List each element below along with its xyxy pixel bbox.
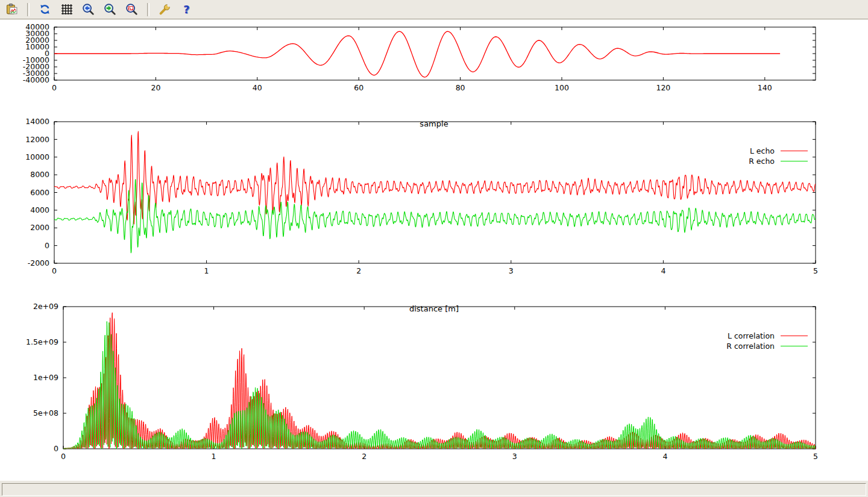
- charts-svg[interactable]: 020406080100120140-40000-30000-20000-100…: [0, 20, 868, 480]
- zoom-previous-button[interactable]: [80, 1, 96, 17]
- echo-xaxis-label: distance [m]: [0, 304, 868, 313]
- legend-line-sample: [781, 151, 808, 151]
- legend-label-l-echo: L echo: [750, 147, 775, 155]
- toolbar-separator: [147, 3, 149, 16]
- svg-text:12000: 12000: [25, 135, 49, 144]
- zoom-previous-icon: [82, 3, 95, 16]
- legend-label-r-correlation: R correlation: [726, 342, 775, 350]
- svg-text:1: 1: [204, 266, 209, 275]
- svg-text:40: 40: [253, 83, 262, 92]
- svg-text:8000: 8000: [30, 170, 49, 179]
- legend-entry: R correlation: [726, 342, 808, 350]
- autoscale-icon: [125, 3, 138, 16]
- svg-text:2: 2: [362, 452, 366, 461]
- svg-text:0: 0: [61, 452, 66, 461]
- zoom-next-icon: [104, 3, 116, 16]
- svg-text:2000: 2000: [30, 223, 49, 232]
- wrench-icon: [159, 3, 171, 16]
- svg-text:1.5e+09: 1.5e+09: [26, 337, 58, 346]
- clipboard-chart-icon: [5, 3, 18, 16]
- legend-line-sample: [781, 346, 808, 346]
- svg-text:6000: 6000: [30, 188, 49, 197]
- svg-text:10000: 10000: [25, 152, 49, 161]
- svg-text:1: 1: [212, 452, 216, 461]
- svg-text:4: 4: [662, 452, 667, 461]
- autoscale-button[interactable]: [124, 1, 140, 17]
- svg-text:2: 2: [356, 266, 361, 275]
- waveform-xaxis-label: sample: [0, 119, 868, 128]
- toolbar: ?: [0, 0, 868, 19]
- replot-button[interactable]: [37, 1, 53, 17]
- svg-text:0: 0: [52, 266, 57, 275]
- legend-entry: L echo: [750, 147, 808, 155]
- grid-icon: [60, 3, 73, 16]
- svg-text:1e+09: 1e+09: [33, 373, 58, 382]
- zoom-next-button[interactable]: [102, 1, 118, 17]
- svg-text:140: 140: [758, 83, 772, 92]
- legend-entry: L correlation: [728, 332, 808, 340]
- status-bar: [0, 480, 868, 497]
- legend-label-l-correlation: L correlation: [728, 332, 775, 340]
- svg-text:40000: 40000: [25, 22, 49, 31]
- toolbar-separator: [27, 3, 30, 16]
- legend-label-r-echo: R echo: [749, 157, 775, 165]
- correlation-legend: L correlation R correlation: [726, 332, 808, 350]
- plot-canvas: 020406080100120140-40000-30000-20000-100…: [0, 20, 868, 480]
- copy-to-clipboard-button[interactable]: [4, 1, 20, 17]
- svg-text:80: 80: [456, 83, 465, 92]
- gnuplot-window: ? 020406080100120140-40000-30000-20000-1…: [0, 0, 868, 497]
- legend-line-sample: [781, 161, 808, 161]
- svg-text:5: 5: [813, 266, 818, 275]
- help-button[interactable]: ?: [178, 1, 195, 17]
- svg-text:3: 3: [509, 266, 514, 275]
- svg-text:5e+08: 5e+08: [33, 408, 58, 417]
- svg-text:120: 120: [656, 83, 670, 92]
- svg-text:0: 0: [45, 241, 49, 250]
- svg-text:100: 100: [555, 83, 569, 92]
- svg-text:-2000: -2000: [28, 258, 49, 267]
- svg-text:0: 0: [54, 444, 58, 453]
- svg-text:5: 5: [813, 452, 818, 461]
- config-button[interactable]: [157, 1, 173, 17]
- echo-legend: L echo R echo: [749, 147, 808, 165]
- svg-text:3: 3: [512, 452, 517, 461]
- svg-text:4000: 4000: [30, 205, 49, 214]
- help-icon: ?: [183, 3, 189, 16]
- replot-icon: [39, 3, 51, 16]
- svg-text:4: 4: [661, 266, 665, 275]
- status-message: [2, 483, 866, 496]
- legend-line-sample: [781, 336, 808, 336]
- svg-text:60: 60: [354, 83, 363, 92]
- grid-toggle-button[interactable]: [58, 1, 75, 17]
- svg-text:20: 20: [151, 83, 160, 92]
- svg-text:0: 0: [52, 83, 57, 92]
- legend-entry: R echo: [749, 157, 808, 165]
